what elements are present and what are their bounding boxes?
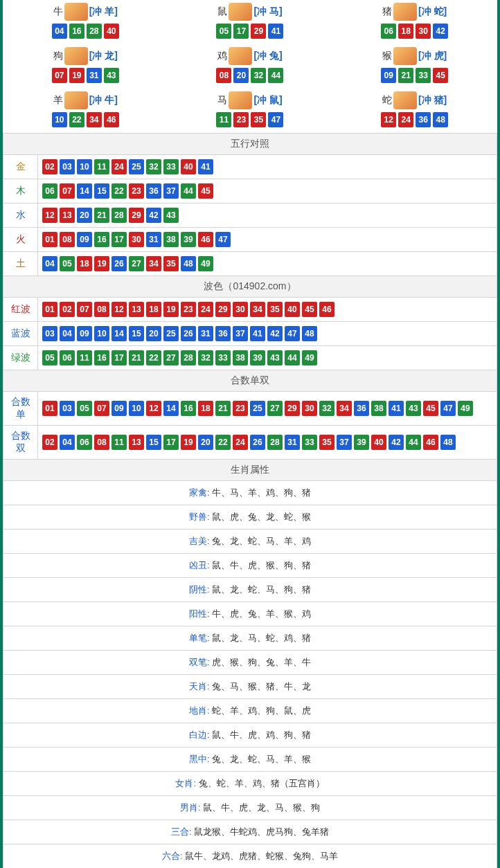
attribute-value: 兔、蛇、羊、鸡、猪（五宫肖） <box>199 778 325 788</box>
zodiac-cell: 猴[冲 虎]09213345 <box>332 44 497 89</box>
attribute-label: 单笔: <box>189 633 212 643</box>
attribute-row: 吉美: 兔、龙、蛇、马、羊、鸡 <box>3 530 497 554</box>
number-ball: 37 <box>337 435 352 450</box>
number-ball: 28 <box>111 208 127 223</box>
attribute-value: 鼠龙猴、牛蛇鸡、虎马狗、兔羊猪 <box>194 826 329 837</box>
number-ball: 46 <box>104 112 119 127</box>
number-ball: 43 <box>104 68 119 83</box>
number-ball: 23 <box>233 401 248 416</box>
attribute-row: 三合: 鼠龙猴、牛蛇鸡、虎马狗、兔羊猪 <box>3 820 497 844</box>
number-ball: 34 <box>337 401 352 416</box>
attribute-value: 鼠、龙、蛇、马、狗、猪 <box>212 584 311 595</box>
zodiac-conflict: [冲 兔] <box>253 50 282 62</box>
zodiac-cell: 鸡[冲 兔]08203244 <box>168 44 332 89</box>
number-ball: 14 <box>111 326 127 341</box>
attribute-label: 凶丑: <box>189 560 212 570</box>
number-ball: 07 <box>94 401 109 416</box>
number-ball: 21 <box>94 208 109 223</box>
number-ball: 24 <box>111 159 127 174</box>
wuxing-header: 五行对照 <box>3 134 497 155</box>
number-ball: 10 <box>94 326 109 341</box>
attribute-label: 阴性: <box>189 584 212 595</box>
zodiac-name: 猴 <box>382 50 392 62</box>
zodiac-icon <box>64 91 88 109</box>
zodiac-icon <box>229 91 252 109</box>
number-ball: 38 <box>233 350 248 365</box>
attribute-value: 鼠、龙、马、蛇、鸡、猪 <box>212 633 311 643</box>
number-ball: 09 <box>77 326 92 341</box>
bose-label: 蓝波 <box>3 322 38 346</box>
number-ball: 38 <box>371 401 386 416</box>
zodiac-conflict: [冲 鼠] <box>253 94 282 107</box>
number-ball: 41 <box>250 326 265 341</box>
zodiac-grid: 牛[冲 羊]04162840鼠[冲 马]05172941猪[冲 蛇]061830… <box>3 0 497 133</box>
number-ball: 16 <box>181 401 196 416</box>
number-ball: 41 <box>198 159 213 174</box>
zodiac-name: 马 <box>217 94 227 107</box>
number-ball: 24 <box>398 112 413 127</box>
number-ball: 12 <box>111 302 127 317</box>
number-ball: 17 <box>111 350 127 365</box>
attribute-label: 野兽: <box>189 512 212 522</box>
number-ball: 43 <box>163 208 179 223</box>
number-ball: 04 <box>42 256 57 271</box>
number-ball: 41 <box>389 401 404 416</box>
number-ball: 39 <box>181 232 196 247</box>
number-ball: 28 <box>267 435 283 450</box>
number-ball: 36 <box>416 112 431 127</box>
number-ball: 05 <box>77 401 92 416</box>
number-ball: 34 <box>250 302 265 317</box>
number-ball: 49 <box>302 350 317 365</box>
number-ball: 14 <box>163 401 179 416</box>
zodiac-name: 狗 <box>53 50 63 62</box>
zodiac-icon <box>229 47 252 65</box>
number-ball: 23 <box>233 112 249 127</box>
number-ball: 24 <box>233 435 248 450</box>
number-ball: 16 <box>69 24 84 39</box>
number-ball: 42 <box>433 24 448 39</box>
attribute-row: 男肖: 鼠、牛、虎、龙、马、猴、狗 <box>3 796 497 820</box>
number-ball: 49 <box>458 401 473 416</box>
attribute-value: 兔、龙、蛇、马、羊、猴 <box>212 754 311 764</box>
number-ball: 44 <box>285 350 300 365</box>
attribute-value: 鼠、虎、兔、龙、蛇、猴 <box>212 512 311 522</box>
number-ball: 35 <box>251 112 266 127</box>
zodiac-balls: 07193143 <box>3 68 168 83</box>
number-ball: 30 <box>129 232 144 247</box>
attribute-label: 六合: <box>162 851 185 861</box>
attribute-value: 虎、猴、狗、兔、羊、牛 <box>212 657 311 667</box>
number-ball: 20 <box>146 326 161 341</box>
zodiac-cell: 牛[冲 羊]04162840 <box>3 0 168 44</box>
number-ball: 17 <box>163 435 179 450</box>
number-ball: 15 <box>94 183 109 199</box>
attribute-label: 地肖: <box>189 705 212 716</box>
number-ball: 03 <box>60 159 75 174</box>
number-ball: 12 <box>146 401 161 416</box>
number-ball: 19 <box>94 256 109 271</box>
wuxing-balls: 1213202128294243 <box>38 204 497 228</box>
attribute-label: 男肖: <box>180 802 203 813</box>
number-ball: 32 <box>198 350 213 365</box>
number-ball: 29 <box>215 302 231 317</box>
attribute-row: 地肖: 蛇、羊、鸡、狗、鼠、虎 <box>3 699 497 723</box>
number-ball: 38 <box>163 232 179 247</box>
number-ball: 17 <box>233 24 249 39</box>
number-ball: 04 <box>60 326 75 341</box>
number-ball: 37 <box>163 183 179 199</box>
number-ball: 47 <box>440 401 456 416</box>
number-ball: 31 <box>285 435 300 450</box>
attribute-row: 天肖: 兔、马、猴、猪、牛、龙 <box>3 675 497 699</box>
attribute-label: 白边: <box>189 730 212 740</box>
zodiac-conflict: [冲 马] <box>253 6 282 18</box>
number-ball: 31 <box>87 68 102 83</box>
wuxing-label: 土 <box>3 252 38 276</box>
attribute-row: 白边: 鼠、牛、虎、鸡、狗、猪 <box>3 723 497 748</box>
heshu-header: 合数单双 <box>3 370 497 392</box>
number-ball: 04 <box>60 435 75 450</box>
number-ball: 47 <box>285 326 300 341</box>
attribute-value: 兔、马、猴、猪、牛、龙 <box>212 681 311 691</box>
heshu-label: 合数单 <box>3 392 38 426</box>
number-ball: 11 <box>94 159 109 174</box>
number-ball: 02 <box>42 159 57 174</box>
number-ball: 27 <box>129 256 144 271</box>
